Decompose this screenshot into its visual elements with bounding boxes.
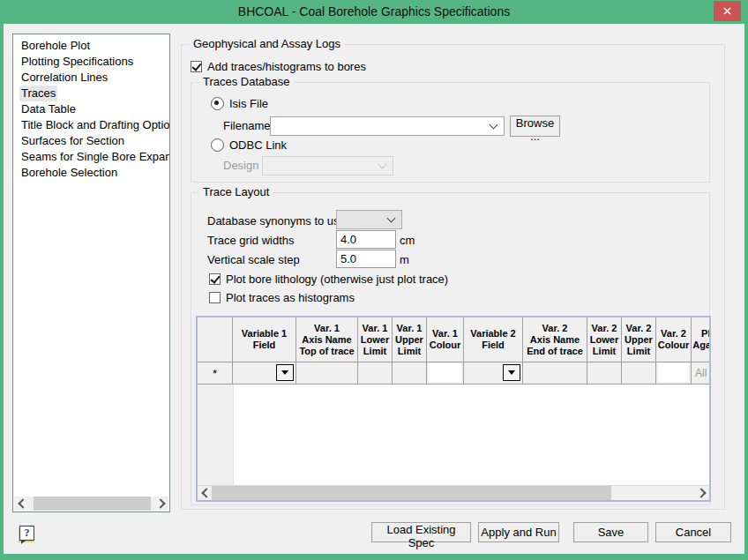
grid-header-var1-colour[interactable]: Var. 1 Colour	[427, 317, 464, 362]
sidebar-item-surfaces-for-section[interactable]: Surfaces for Section	[13, 133, 169, 149]
scale-step-input[interactable]	[336, 250, 396, 268]
grid-newrow-clip: * All	[198, 362, 709, 385]
close-icon	[722, 4, 732, 19]
add-traces-checkbox-row: Add traces/histograms to bores	[191, 60, 366, 73]
scroll-right-button[interactable]	[695, 486, 709, 500]
grid-header-variable2-field[interactable]: Variable 2 Field	[464, 317, 523, 362]
geophysical-group-title: Geophysical and Assay Logs	[190, 37, 344, 51]
odbc-link-label[interactable]: ODBC Link	[229, 138, 287, 152]
dialog-body: Borehole Plot Plotting Specifications Co…	[4, 24, 744, 554]
add-traces-checkbox[interactable]	[191, 61, 202, 72]
sidebar-item-borehole-selection[interactable]: Borehole Selection	[13, 165, 169, 181]
dropdown-arrow-icon	[508, 370, 515, 375]
grid-header-var1-axis-name[interactable]: Var. 1 Axis Name Top of trace	[296, 317, 358, 362]
grid-widths-label: Trace grid widths	[207, 234, 295, 247]
grid-cell-var1-axis-name[interactable]	[296, 362, 358, 385]
apply-and-run-button[interactable]: Apply and Run	[478, 522, 559, 542]
save-button[interactable]: Save	[573, 522, 648, 542]
grid-header-var2-lower-limit[interactable]: Var. 2 Lower Limit	[587, 317, 622, 362]
synonyms-label: Database synonyms to use	[207, 214, 346, 228]
grid-cell-variable2-field[interactable]	[464, 362, 523, 385]
section-list: Borehole Plot Plotting Specifications Co…	[12, 34, 170, 512]
grid-header-var2-upper-limit[interactable]: Var. 2 Upper Limit	[622, 317, 656, 362]
sidebar-item-title-block[interactable]: Title Block and Drafting Options	[13, 117, 169, 133]
trace-variables-grid: Variable 1 Field Var. 1 Axis Name Top of…	[196, 316, 711, 502]
add-traces-label[interactable]: Add traces/histograms to bores	[207, 60, 366, 73]
traces-database-group: Traces Database Isis File Filename Brows…	[191, 82, 710, 183]
grid-widths-unit: cm	[400, 234, 415, 247]
grid-empty-body	[198, 385, 709, 485]
grid-cell-row-marker: *	[198, 362, 233, 385]
scrollbar-track[interactable]	[212, 486, 695, 500]
cancel-button[interactable]: Cancel	[655, 522, 731, 542]
close-button[interactable]	[714, 1, 741, 21]
chevron-down-icon	[490, 121, 498, 130]
sidebar-item-correlation-lines[interactable]: Correlation Lines	[13, 70, 169, 86]
check-icon	[191, 61, 201, 71]
chevron-down-icon	[387, 214, 396, 223]
design-label: Design	[223, 159, 258, 172]
grid-header-var1-upper-limit[interactable]: Var. 1 Upper Limit	[393, 317, 427, 362]
variable1-field-dropdown-button[interactable]	[276, 364, 294, 381]
grid-cell-var2-upper-limit[interactable]	[622, 362, 656, 385]
grid-widths-input[interactable]	[336, 230, 396, 249]
grid-header-var2-axis-name[interactable]: Var. 2 Axis Name End of trace	[523, 317, 587, 362]
grid-cell-var1-colour[interactable]	[427, 362, 464, 385]
variable2-field-dropdown-button[interactable]	[503, 364, 520, 381]
grid-cell-var2-axis-name[interactable]	[523, 362, 587, 385]
grid-header-plot-against[interactable]: Plot Against	[692, 317, 709, 362]
synonyms-combobox[interactable]	[336, 210, 402, 229]
sidebar-horizontal-scrollbar[interactable]	[14, 497, 168, 511]
grid-cell-plot-against[interactable]: All	[692, 362, 709, 385]
grid-cell-var1-lower-limit[interactable]	[358, 362, 393, 385]
dropdown-arrow-icon	[281, 370, 288, 375]
isis-file-radio[interactable]	[211, 97, 224, 110]
chevron-left-icon	[18, 498, 27, 508]
chevron-right-icon	[696, 488, 706, 497]
filename-combobox[interactable]	[270, 116, 505, 136]
design-combobox[interactable]	[262, 156, 393, 175]
sidebar-item-traces[interactable]: Traces	[13, 86, 169, 101]
plot-lithology-checkbox[interactable]	[209, 273, 221, 285]
plot-lithology-checkbox-row: Plot bore lithology (otherwise just plot…	[209, 273, 448, 286]
browse-button[interactable]: Browse ...	[510, 116, 560, 137]
plot-histograms-label[interactable]: Plot traces as histograms	[226, 291, 355, 304]
radio-dot-icon	[214, 101, 219, 105]
var2-colour-swatch[interactable]	[658, 363, 689, 382]
trace-layout-group: Trace Layout Database synonyms to use Tr…	[191, 192, 710, 505]
grid-cell-var2-colour[interactable]	[656, 362, 692, 385]
sidebar-item-data-table[interactable]: Data Table	[13, 101, 169, 117]
scroll-left-button[interactable]	[198, 486, 212, 500]
check-icon	[210, 273, 220, 284]
sidebar-item-borehole-plot[interactable]: Borehole Plot	[13, 38, 169, 54]
sidebar-item-seams-single-bore[interactable]: Seams for Single Bore Expansion	[13, 149, 169, 165]
grid-horizontal-scrollbar[interactable]	[198, 485, 709, 500]
odbc-link-radio[interactable]	[211, 138, 224, 152]
grid-header-variable1-field[interactable]: Variable 1 Field	[233, 317, 296, 362]
grid-header-var2-colour[interactable]: Var. 2 Colour	[656, 317, 692, 362]
titlebar: BHCOAL - Coal Borehole Graphics Specific…	[0, 0, 748, 24]
grid-header-rowselector[interactable]	[198, 317, 233, 362]
chevron-down-icon	[378, 161, 387, 169]
scroll-left-button[interactable]	[14, 497, 28, 511]
scrollbar-track[interactable]	[28, 497, 154, 511]
help-question-icon: ?	[25, 527, 30, 539]
scrollbar-thumb[interactable]	[34, 497, 151, 511]
dialog-window: BHCOAL - Coal Borehole Graphics Specific…	[0, 0, 748, 560]
grid-header-var1-lower-limit[interactable]: Var. 1 Lower Limit	[358, 317, 393, 362]
plot-histograms-checkbox-row: Plot traces as histograms	[209, 291, 355, 304]
grid-cell-variable1-field[interactable]	[233, 362, 296, 385]
sidebar-item-plotting-specifications[interactable]: Plotting Specifications	[13, 54, 169, 70]
grid-rowheader-strip	[198, 385, 234, 485]
scroll-right-button[interactable]	[154, 497, 168, 511]
isis-file-label[interactable]: Isis File	[229, 97, 268, 110]
grid-cell-var2-lower-limit[interactable]	[587, 362, 622, 385]
plot-histograms-checkbox[interactable]	[209, 292, 221, 303]
scrollbar-thumb[interactable]	[212, 486, 611, 500]
section-list-items: Borehole Plot Plotting Specifications Co…	[13, 34, 169, 181]
grid-cell-var1-upper-limit[interactable]	[393, 362, 427, 385]
help-button[interactable]: ?	[19, 526, 34, 541]
plot-lithology-label[interactable]: Plot bore lithology (otherwise just plot…	[226, 273, 448, 286]
var1-colour-swatch[interactable]	[429, 363, 461, 382]
load-existing-spec-button[interactable]: Load Existing Spec	[371, 522, 471, 542]
